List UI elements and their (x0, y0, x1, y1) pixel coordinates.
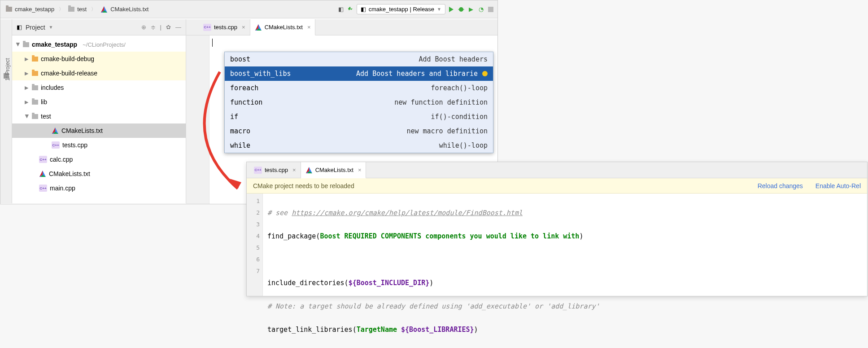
autocomplete-item-boost[interactable]: boost Add Boost headers (225, 52, 493, 66)
window-mode-icon[interactable]: ◧ (337, 5, 345, 13)
project-tool-tab[interactable]: 1: Project (4, 45, 11, 81)
text-cursor (212, 39, 213, 47)
tab-tests-cpp-bottom[interactable]: C++ tests.cpp × (249, 162, 301, 178)
project-tree-header: ◧ Project ▼ ⊕ ≑ | ✿ — (12, 19, 186, 35)
folder-icon (32, 114, 38, 119)
line-number: 3 (247, 219, 260, 230)
line-number: 1 (247, 195, 260, 207)
tree-test-cmakelists[interactable]: CMakeLists.txt (12, 123, 186, 138)
arrow-right-icon[interactable]: ▶ (25, 56, 29, 62)
close-icon[interactable]: × (242, 24, 245, 31)
tree-item-label: tests.cpp (62, 141, 87, 149)
arrow-right-icon[interactable]: ▶ (25, 99, 29, 105)
tree-cmake-build-debug[interactable]: ▶ cmake-build-debug (12, 52, 186, 66)
autocomplete-item-foreach[interactable]: foreach foreach()-loop (225, 81, 493, 95)
tree-item-label: lib (41, 98, 47, 106)
target-icon[interactable]: ⊕ (141, 24, 146, 31)
tree-item-label: CMakeLists.txt (49, 170, 90, 177)
lightbulb-icon (482, 71, 488, 76)
breadcrumb-file-label: CMakeLists.txt (110, 6, 148, 13)
autocomplete-name: if (230, 113, 238, 121)
breadcrumb-test[interactable]: test (65, 5, 89, 13)
tree-item-label: CMakeLists.txt (61, 127, 103, 134)
tab-tests-cpp[interactable]: C++ tests.cpp × (199, 19, 250, 35)
chevron-down-icon[interactable]: ▼ (49, 25, 53, 30)
project-tree-title[interactable]: Project (26, 24, 45, 31)
tab-cmakelists[interactable]: CMakeLists.txt × (250, 19, 316, 35)
arrow-right-icon[interactable]: ▶ (25, 70, 29, 76)
line-number: 5 (247, 242, 260, 254)
tree-item-label: main.cpp (50, 185, 75, 192)
folder-icon (32, 71, 38, 76)
autocomplete-desc: Add Boost headers (419, 55, 488, 63)
breadcrumb-test-label: test (77, 6, 87, 13)
code-var: ${Boost_LIBRARIES} (401, 326, 474, 334)
project-tree-body: ▶ cmake_testapp ~/CLionProjects/ ▶ cmake… (12, 35, 186, 197)
cmake-icon (52, 127, 59, 134)
code-close: ) (474, 326, 478, 334)
run-button[interactable] (447, 5, 455, 13)
tree-calc-cpp[interactable]: C++ calc.cpp (12, 152, 186, 167)
autocomplete-desc: if()-condition (431, 113, 488, 121)
code-area: 1 2 3 4 5 6 7 # see https://cmake.org/cm… (247, 194, 867, 296)
tree-root-cmakelists[interactable]: CMakeLists.txt (12, 167, 186, 181)
line-number: 6 (247, 254, 260, 265)
arrow-down-icon[interactable]: ▶ (24, 114, 30, 119)
stop-button[interactable] (487, 5, 495, 13)
code-body[interactable]: # see https://cmake.org/cmake/help/lates… (263, 194, 604, 296)
tree-item-label: cmake-build-debug (41, 55, 94, 62)
code-fn: target_link_libraries( (267, 326, 357, 334)
tree-includes[interactable]: ▶ includes (12, 80, 186, 95)
editor-gutter (186, 35, 209, 204)
close-icon[interactable]: × (307, 24, 311, 31)
run-with-coverage-button[interactable]: ▶ (467, 5, 475, 13)
tree-test[interactable]: ▶ test (12, 109, 186, 123)
collapse-icon[interactable]: ≑ (151, 24, 156, 31)
run-config-selector[interactable]: ◧ cmake_testapp | Release ▼ (357, 4, 445, 14)
autocomplete-item-boost-with-libs[interactable]: boost_with_libs Add Boost headers and li… (225, 66, 493, 81)
tree-main-cpp[interactable]: C++ main.cpp (12, 181, 186, 195)
enable-auto-reload-link[interactable]: Enable Auto-Rel (816, 182, 861, 189)
run-config-label: cmake_testapp | Release (369, 6, 434, 13)
build-icon[interactable] (347, 5, 355, 13)
autocomplete-item-while[interactable]: while while()-loop (225, 138, 493, 153)
tab-cmakelists-bottom[interactable]: CMakeLists.txt × (301, 162, 366, 178)
tree-lib[interactable]: ▶ lib (12, 95, 186, 109)
breadcrumb-root[interactable]: cmake_testapp (3, 5, 57, 13)
arrow-down-icon[interactable]: ▶ (15, 42, 21, 47)
cpp-file-icon: C++ (203, 24, 211, 31)
tab-label: CMakeLists.txt (265, 24, 303, 31)
autocomplete-item-if[interactable]: if if()-condition (225, 110, 493, 124)
autocomplete-desc: Add Boost headers and librarie (356, 70, 478, 78)
minimize-icon[interactable]: — (175, 24, 181, 31)
tab-label: CMakeLists.txt (315, 167, 353, 173)
profile-button[interactable]: ◔ (477, 5, 485, 13)
folder-icon (32, 57, 38, 62)
close-icon[interactable]: × (358, 167, 362, 173)
project-tree-icon: ◧ (17, 24, 22, 31)
breadcrumb-file[interactable]: CMakeLists.txt (98, 5, 151, 14)
debug-button[interactable] (457, 5, 465, 13)
close-icon[interactable]: × (292, 167, 296, 173)
tree-root-label: cmake_testapp (32, 41, 77, 48)
code-fn: include_directories( (267, 279, 349, 287)
tree-item-label: calc.cpp (50, 156, 73, 163)
divider: | (160, 24, 161, 31)
arrow-right-icon[interactable]: ▶ (25, 85, 29, 91)
run-config-icon: ◧ (361, 6, 366, 13)
tool-window-bar: 1: Project (0, 19, 12, 203)
reload-changes-link[interactable]: Reload changes (758, 182, 803, 189)
autocomplete-item-macro[interactable]: macro new macro definition (225, 124, 493, 138)
tab-label: tests.cpp (214, 24, 237, 31)
tree-test-tests-cpp[interactable]: C++ tests.cpp (12, 138, 186, 152)
chevron-right-icon: 〉 (91, 6, 96, 13)
autocomplete-desc: new macro definition (406, 127, 488, 135)
tree-cmake-build-release[interactable]: ▶ cmake-build-release (12, 66, 186, 80)
navbar: cmake_testapp 〉 test 〉 CMakeLists.txt ◧ … (0, 0, 497, 18)
autocomplete-item-function[interactable]: function new function definition (225, 95, 493, 110)
gear-icon[interactable]: ✿ (166, 24, 171, 31)
cmake-icon (305, 167, 313, 174)
tree-root[interactable]: ▶ cmake_testapp ~/CLionProjects/ (12, 37, 186, 52)
line-number: 7 (247, 265, 260, 277)
folder-icon (68, 7, 74, 12)
